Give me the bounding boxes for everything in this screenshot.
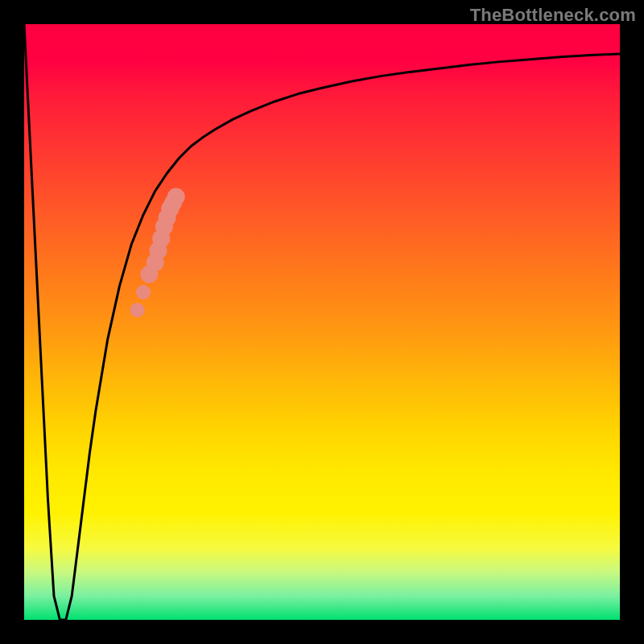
bottleneck-curve xyxy=(24,24,620,620)
chart-frame: TheBottleneck.com xyxy=(0,0,644,644)
marker-group xyxy=(130,188,185,318)
highlight-marker xyxy=(130,303,145,317)
plot-area xyxy=(24,24,620,620)
curve-group xyxy=(24,24,620,620)
chart-svg xyxy=(24,24,620,620)
watermark-text: TheBottleneck.com xyxy=(470,5,636,26)
highlight-marker xyxy=(167,188,185,206)
highlight-marker xyxy=(136,285,151,299)
